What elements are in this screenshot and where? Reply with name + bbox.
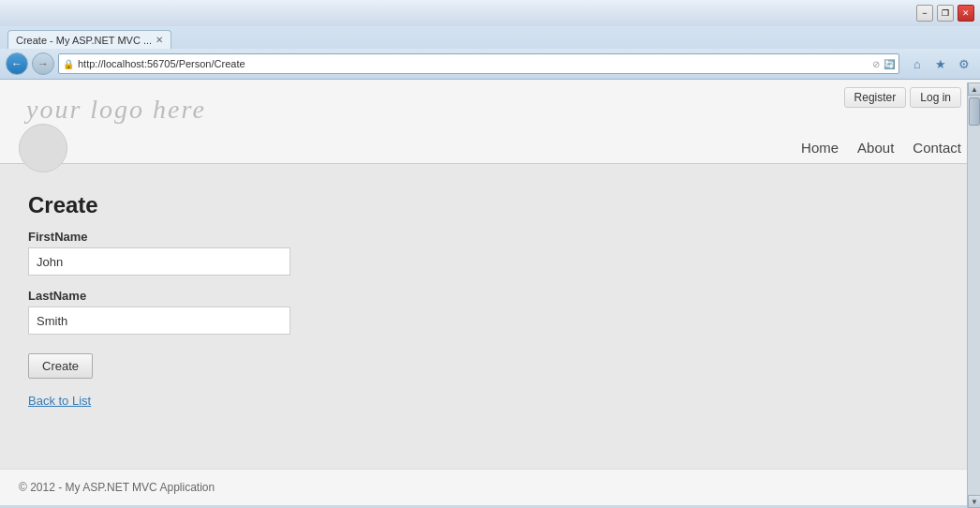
firstname-input[interactable] bbox=[28, 247, 290, 276]
nav-about[interactable]: About bbox=[857, 140, 894, 156]
favorites-icon[interactable]: ★ bbox=[930, 53, 951, 74]
home-icon[interactable]: ⌂ bbox=[907, 53, 928, 74]
main-content: Create FirstName LastName Create Back to… bbox=[0, 164, 980, 427]
back-link-container: Back to List bbox=[28, 379, 952, 409]
login-button[interactable]: Log in bbox=[910, 87, 961, 108]
browser-chrome: − ❐ ✕ Create - My ASP.NET MVC ... ✕ ← → … bbox=[0, 0, 980, 80]
nav-contact[interactable]: Contact bbox=[913, 140, 961, 156]
back-to-list-link[interactable]: Back to List bbox=[28, 394, 91, 408]
nav-bar: ← → 🔒 http://localhost:56705/Person/Crea… bbox=[0, 49, 980, 79]
lastname-input[interactable] bbox=[28, 306, 290, 335]
tab-bar: Create - My ASP.NET MVC ... ✕ bbox=[0, 26, 980, 49]
logo-circle bbox=[19, 124, 67, 172]
firstname-label: FirstName bbox=[28, 230, 952, 244]
tab-close-icon[interactable]: ✕ bbox=[156, 35, 163, 45]
scroll-down-arrow[interactable]: ▼ bbox=[968, 495, 980, 508]
create-button[interactable]: Create bbox=[28, 353, 93, 379]
minimize-button[interactable]: − bbox=[916, 5, 933, 22]
title-bar: − ❐ ✕ bbox=[0, 0, 980, 26]
url-text: http://localhost:56705/Person/Create bbox=[78, 58, 869, 69]
lastname-label: LastName bbox=[28, 289, 952, 303]
site-footer: © 2012 - My ASP.NET MVC Application bbox=[0, 469, 967, 505]
scrollbar-track[interactable] bbox=[968, 96, 980, 508]
forward-browser-button[interactable]: → bbox=[32, 52, 54, 75]
active-tab[interactable]: Create - My ASP.NET MVC ... ✕ bbox=[7, 30, 171, 49]
website-content: your logo here Register Log in Home Abou… bbox=[0, 80, 980, 505]
close-button[interactable]: ✕ bbox=[958, 5, 974, 22]
site-logo: your logo here bbox=[19, 87, 961, 125]
form-actions: Create bbox=[28, 348, 952, 379]
browser-toolbar: ⌂ ★ ⚙ bbox=[907, 53, 974, 74]
register-button[interactable]: Register bbox=[844, 87, 907, 108]
lastname-group: LastName bbox=[28, 289, 952, 335]
site-header: your logo here Register Log in Home Abou… bbox=[0, 80, 980, 164]
firstname-group: FirstName bbox=[28, 230, 952, 276]
scrollbar-thumb[interactable] bbox=[969, 97, 980, 126]
header-auth-buttons: Register Log in bbox=[844, 87, 961, 108]
scrollbar[interactable]: ▲ ▼ bbox=[967, 82, 980, 508]
window-controls[interactable]: − ❐ ✕ bbox=[916, 5, 974, 22]
nav-home[interactable]: Home bbox=[801, 140, 839, 156]
copyright-text: © 2012 - My ASP.NET MVC Application bbox=[19, 481, 215, 494]
site-nav: Home About Contact bbox=[801, 140, 961, 156]
settings-icon[interactable]: ⚙ bbox=[954, 53, 974, 74]
page-title: Create bbox=[28, 192, 952, 218]
restore-button[interactable]: ❐ bbox=[937, 5, 954, 22]
scroll-up-arrow[interactable]: ▲ bbox=[968, 82, 980, 96]
back-browser-button[interactable]: ← bbox=[6, 52, 28, 75]
tab-label: Create - My ASP.NET MVC ... bbox=[16, 35, 152, 46]
address-bar[interactable]: 🔒 http://localhost:56705/Person/Create ⊘… bbox=[58, 53, 899, 74]
